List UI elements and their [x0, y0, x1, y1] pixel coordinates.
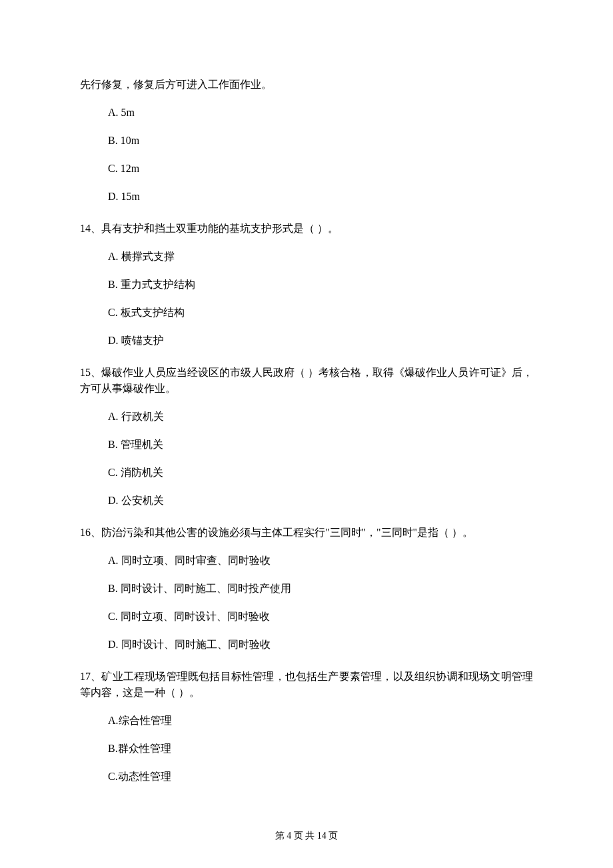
question-16-options: A. 同时立项、同时审查、同时验收 B. 同时设计、同时施工、同时投产使用 C.… — [80, 553, 533, 653]
option-c: C. 12m — [108, 161, 533, 177]
option-d: D. 公安机关 — [108, 493, 533, 509]
option-b: B. 管理机关 — [108, 437, 533, 453]
option-a: A. 5m — [108, 105, 533, 121]
option-c: C. 板式支护结构 — [108, 305, 533, 321]
option-b: B. 重力式支护结构 — [108, 277, 533, 293]
option-a: A. 同时立项、同时审查、同时验收 — [108, 553, 533, 569]
option-b: B.群众性管理 — [108, 741, 533, 757]
question-15-stem: 15、爆破作业人员应当经设区的市级人民政府（ ）考核合格，取得《爆破作业人员许可… — [80, 365, 533, 397]
option-d: D. 同时设计、同时施工、同时验收 — [108, 637, 533, 653]
option-d: D. 喷锚支护 — [108, 333, 533, 349]
option-b: B. 同时设计、同时施工、同时投产使用 — [108, 581, 533, 597]
option-c: C. 消防机关 — [108, 465, 533, 481]
question-14-stem: 14、具有支护和挡土双重功能的基坑支护形式是（ ）。 — [80, 221, 533, 237]
option-a: A. 横撑式支撑 — [108, 249, 533, 265]
option-a: A. 行政机关 — [108, 409, 533, 425]
option-c: C. 同时立项、同时设计、同时验收 — [108, 609, 533, 625]
option-d: D. 15m — [108, 189, 533, 205]
option-b: B. 10m — [108, 133, 533, 149]
question-17-options: A.综合性管理 B.群众性管理 C.动态性管理 — [80, 713, 533, 785]
option-a: A.综合性管理 — [108, 713, 533, 729]
question-14-options: A. 横撑式支撑 B. 重力式支护结构 C. 板式支护结构 D. 喷锚支护 — [80, 249, 533, 349]
option-c: C.动态性管理 — [108, 769, 533, 785]
page-footer: 第 4 页 共 14 页 — [0, 829, 613, 843]
question-13-options: A. 5m B. 10m C. 12m D. 15m — [80, 105, 533, 205]
question-13-continuation: 先行修复，修复后方可进入工作面作业。 — [80, 77, 533, 93]
question-17-stem: 17、矿业工程现场管理既包括目标性管理，也包括生产要素管理，以及组织协调和现场文… — [80, 669, 533, 701]
question-16-stem: 16、防治污染和其他公害的设施必须与主体工程实行"三同时"，"三同时"是指（ ）… — [80, 525, 533, 541]
question-15-options: A. 行政机关 B. 管理机关 C. 消防机关 D. 公安机关 — [80, 409, 533, 509]
